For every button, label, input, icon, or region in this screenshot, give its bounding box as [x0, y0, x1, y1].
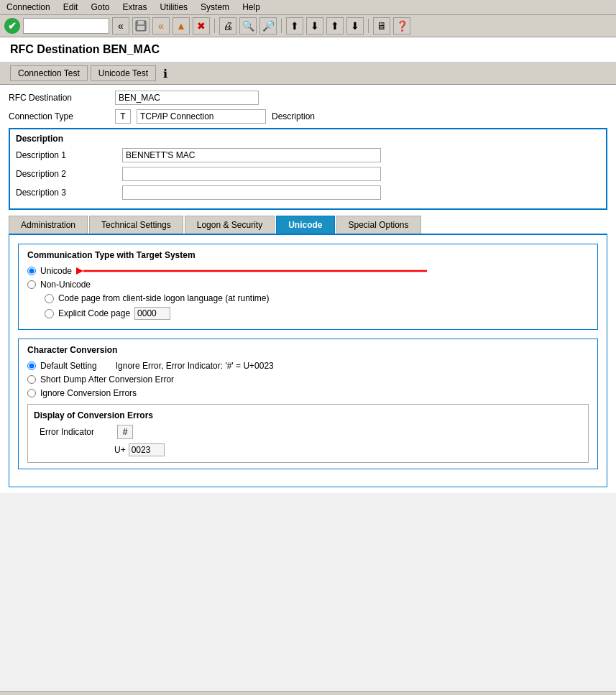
rfc-destination-row: RFC Destination	[9, 91, 607, 105]
connection-type-code[interactable]	[115, 109, 131, 124]
up-btn[interactable]: ▲	[173, 17, 190, 34]
error-indicator-label: Error Indicator	[40, 427, 111, 437]
menubar: Connection Edit Goto Extras Utilities Sy…	[0, 0, 616, 15]
default-setting-row: Default Setting Ignore Error, Error Indi…	[27, 361, 589, 371]
codepage-runtime-row: Code page from client-side logon languag…	[45, 293, 589, 303]
desc1-input[interactable]	[122, 148, 381, 162]
desc3-input[interactable]	[122, 185, 381, 200]
divider3	[368, 19, 369, 33]
desc3-label: Description 3	[16, 188, 116, 198]
rfc-destination-input[interactable]	[115, 91, 259, 105]
back-btn[interactable]: «	[112, 17, 129, 34]
tabs-row: Administration Technical Settings Logon …	[9, 216, 607, 235]
short-dump-radio[interactable]	[27, 375, 36, 384]
explicit-codepage-input[interactable]	[134, 307, 170, 320]
codepage-runtime-radio[interactable]	[45, 294, 54, 303]
svg-rect-1	[138, 21, 144, 24]
command-input[interactable]	[23, 18, 109, 34]
uplus-row: U+	[40, 443, 582, 456]
short-dump-label: Short Dump After Conversion Error	[40, 374, 174, 385]
tab-unicode-test[interactable]: Unicode Test	[91, 65, 156, 81]
explicit-codepage-row: Explicit Code page	[45, 307, 589, 320]
tab-special-options[interactable]: Special Options	[336, 216, 421, 234]
save-icon	[135, 20, 147, 32]
desc2-label: Description 2	[16, 169, 116, 179]
short-dump-row: Short Dump After Conversion Error	[27, 374, 589, 385]
toolbar: ✔ « « ▲ ✖ 🖨 🔍 🔎 ⬆ ⬇ ⬆ ⬇ 🖥 ❓	[0, 15, 616, 37]
menu-connection[interactable]: Connection	[4, 1, 52, 13]
comm-type-group: Communication Type with Target System Un…	[18, 244, 598, 330]
status-icon: ✔	[4, 18, 20, 34]
menu-utilities[interactable]: Utilities	[157, 1, 190, 13]
info-icon[interactable]: ℹ	[163, 67, 167, 80]
menu-extras[interactable]: Extras	[120, 1, 149, 13]
print-btn[interactable]: 🖨	[219, 17, 236, 34]
default-setting-label: Default Setting	[40, 361, 97, 371]
desktop-btn[interactable]: 🖥	[373, 17, 390, 34]
non-unicode-radio-label: Non-Unicode	[40, 280, 91, 290]
unicode-radio-row: Unicode	[27, 266, 589, 276]
rfc-destination-label: RFC Destination	[9, 93, 109, 103]
non-unicode-radio-row: Non-Unicode	[27, 280, 589, 290]
menu-help[interactable]: Help	[240, 1, 262, 13]
ignore-errors-radio[interactable]	[27, 389, 36, 397]
tabs-container: Administration Technical Settings Logon …	[9, 216, 607, 487]
page-title: RFC Destination BEN_MAC	[0, 37, 616, 63]
comm-group-title: Communication Type with Target System	[27, 250, 589, 260]
display-conv-errors-group: Display of Conversion Errors Error Indic…	[27, 404, 589, 463]
default-setting-radio[interactable]	[27, 362, 36, 370]
unicode-radio-label: Unicode	[40, 266, 72, 276]
unicode-radio[interactable]	[27, 267, 36, 275]
desc2-input[interactable]	[122, 167, 381, 181]
prev-btn[interactable]: «	[152, 17, 170, 34]
cancel-btn[interactable]: ✖	[193, 17, 210, 34]
tab-administration[interactable]: Administration	[9, 216, 88, 234]
connection-type-label: Connection Type	[9, 111, 109, 121]
upload2-btn[interactable]: ⬆	[326, 17, 344, 34]
ignore-errors-row: Ignore Conversion Errors	[27, 388, 589, 398]
desc2-row: Description 2	[16, 167, 600, 181]
description-label-field: Description	[272, 111, 329, 121]
svg-rect-2	[137, 26, 144, 30]
svg-marker-4	[76, 267, 83, 275]
menu-system[interactable]: System	[198, 1, 231, 13]
main-content: RFC Destination Connection Type Descript…	[0, 85, 616, 493]
default-setting-desc: Ignore Error, Error Indicator: '#' = U+0…	[116, 361, 274, 371]
save-btn[interactable]	[132, 17, 150, 34]
uplus-hex-input[interactable]	[129, 443, 165, 456]
find-next-btn[interactable]: 🔎	[259, 17, 277, 34]
download-btn[interactable]: ⬇	[306, 17, 323, 34]
red-arrow-graphic	[76, 265, 428, 277]
menu-goto[interactable]: Goto	[88, 1, 111, 13]
explicit-codepage-radio[interactable]	[45, 309, 54, 318]
connection-type-row: Connection Type Description	[9, 109, 607, 124]
menu-edit[interactable]: Edit	[61, 1, 81, 13]
ignore-errors-label: Ignore Conversion Errors	[40, 388, 137, 398]
error-indicator-row: Error Indicator #	[40, 425, 582, 439]
error-indicator-hash: #	[117, 425, 133, 439]
description-section-title: Description	[16, 134, 600, 144]
uplus-label: U+	[114, 445, 126, 455]
tab-logon-security[interactable]: Logon & Security	[185, 216, 275, 234]
tab-technical-settings[interactable]: Technical Settings	[89, 216, 183, 234]
divider2	[281, 19, 282, 33]
char-conv-group: Character Conversion Default Setting Ign…	[18, 339, 598, 469]
desc1-row: Description 1	[16, 148, 600, 162]
upload-btn[interactable]: ⬆	[286, 17, 303, 34]
desc1-label: Description 1	[16, 150, 116, 160]
unicode-tab-content: Communication Type with Target System Un…	[9, 235, 607, 487]
help-btn[interactable]: ❓	[393, 17, 410, 34]
explicit-codepage-label: Explicit Code page	[58, 308, 130, 318]
divider1	[214, 19, 215, 33]
download2-btn[interactable]: ⬇	[346, 17, 364, 34]
top-tab-bar: Connection Test Unicode Test ℹ	[0, 63, 616, 85]
tab-unicode[interactable]: Unicode	[276, 216, 334, 234]
non-unicode-radio[interactable]	[27, 280, 36, 289]
connection-type-text[interactable]	[137, 109, 266, 124]
char-conv-title: Character Conversion	[27, 345, 589, 355]
tab-connection-test[interactable]: Connection Test	[10, 65, 88, 81]
display-group-title: Display of Conversion Errors	[34, 410, 582, 420]
find-btn[interactable]: 🔍	[239, 17, 257, 34]
description-section: Description Description 1 Description 2 …	[9, 128, 607, 210]
desc3-row: Description 3	[16, 185, 600, 200]
